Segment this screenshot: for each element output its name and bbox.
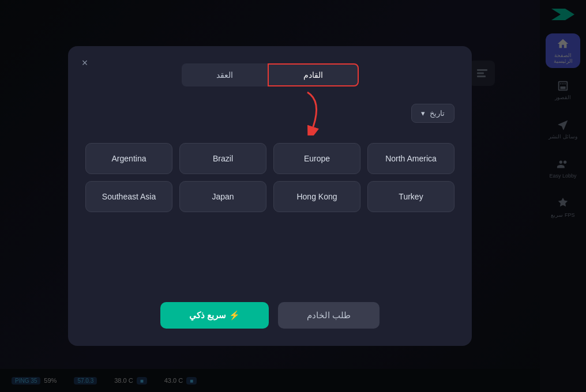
smart-fast-button[interactable]: ⚡ سريع ذكي <box>160 302 268 329</box>
region-japan[interactable]: Japan <box>179 181 266 212</box>
region-brazil[interactable]: Brazil <box>179 143 266 174</box>
request-server-button[interactable]: طلب الخادم <box>278 302 380 329</box>
date-dropdown-container: تاريخ ▾ <box>85 104 454 123</box>
modal-overlay: × العقد القادم تاريخ ▾ <box>0 0 586 392</box>
tab-contract[interactable]: العقد <box>182 63 268 86</box>
server-selection-modal: × العقد القادم تاريخ ▾ <box>68 46 472 346</box>
region-southeast-asia[interactable]: Southeast Asia <box>85 181 172 212</box>
region-grid: Argentina Brazil Europe North America So… <box>85 143 454 212</box>
date-dropdown-button[interactable]: تاريخ ▾ <box>411 104 454 123</box>
date-dropdown-label: تاريخ <box>430 109 445 118</box>
modal-close-button[interactable]: × <box>77 55 93 71</box>
region-europe[interactable]: Europe <box>273 143 360 174</box>
region-turkey[interactable]: Turkey <box>367 181 454 212</box>
region-argentina[interactable]: Argentina <box>85 143 172 174</box>
chevron-down-icon: ▾ <box>421 109 425 118</box>
region-hong-kong[interactable]: Hong Kong <box>273 181 360 212</box>
region-north-america[interactable]: North America <box>367 143 454 174</box>
modal-tabs: العقد القادم <box>85 63 454 86</box>
modal-footer: ⚡ سريع ذكي طلب الخادم <box>85 291 454 329</box>
tab-future[interactable]: القادم <box>268 63 359 86</box>
